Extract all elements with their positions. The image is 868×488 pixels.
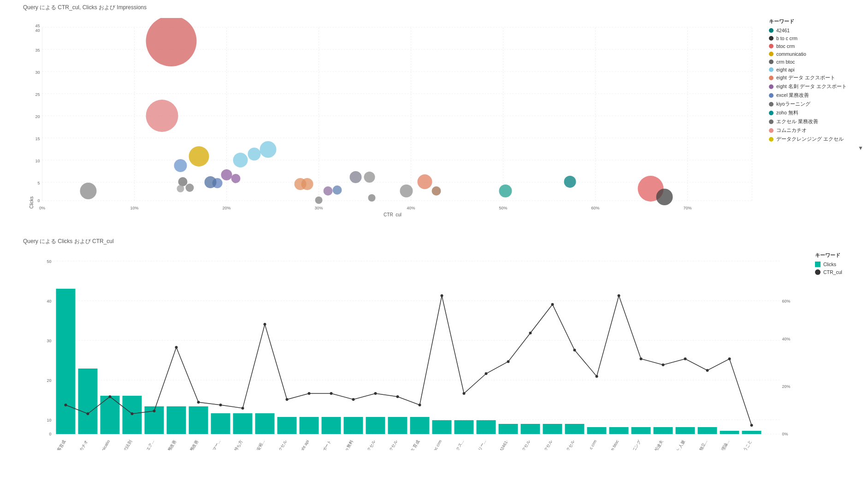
bar-16 xyxy=(410,417,430,434)
svg-text:35: 35 xyxy=(35,48,40,53)
bar-15 xyxy=(388,417,407,434)
svg-text:kiyoラーニング: kiyoラーニング xyxy=(624,439,642,450)
svg-text:45: 45 xyxy=(35,24,40,28)
svg-text:理論...: 理論... xyxy=(720,439,730,450)
line-dot-26 xyxy=(640,357,643,360)
top-legend: キーワード 42461 b to c crm btoc crm communic… xyxy=(767,13,868,236)
svg-text:25: 25 xyxy=(35,92,40,97)
bubble-58 xyxy=(564,176,576,188)
legend-label-0: 42461 xyxy=(776,28,790,33)
legend-item-2: btoc crm xyxy=(769,43,863,49)
svg-text:40: 40 xyxy=(47,299,51,304)
line-dot-17 xyxy=(441,294,443,297)
svg-text:10%: 10% xyxy=(130,206,138,210)
line-dot-7 xyxy=(219,404,222,406)
svg-text:30: 30 xyxy=(47,339,51,343)
bubble-chart-area: 0 5 10 15 20 25 30 35 40 45 0% 10% 20% 3… xyxy=(0,13,767,236)
bar-21 xyxy=(521,424,540,434)
legend-label-5: eight api xyxy=(776,67,795,72)
bubble-eight-api2 xyxy=(248,148,261,161)
legend-dot-3 xyxy=(769,52,774,56)
svg-text:顧客別 売上管理 エク...: 顧客別 売上管理 エク... xyxy=(130,439,155,450)
legend-item-1: b to c crm xyxy=(769,36,863,41)
svg-text:10: 10 xyxy=(47,418,51,423)
line-dot-30 xyxy=(728,357,731,360)
legend-dropdown[interactable]: ▼ xyxy=(769,145,863,151)
legend-label-3: communicatio xyxy=(776,51,806,57)
svg-text:70%: 70% xyxy=(683,206,691,210)
bar-27 xyxy=(654,427,673,434)
svg-text:b to c crm: b to c crm xyxy=(585,439,597,450)
bar-19 xyxy=(477,420,496,434)
bubble-btoc-crm xyxy=(146,18,197,66)
line-dot-8 xyxy=(242,407,244,410)
bubble-g6 xyxy=(364,172,375,183)
bubble-p1 xyxy=(324,186,333,196)
svg-text:42461·: 42461· xyxy=(499,439,509,450)
legend-item-6: eight データ エクスポート xyxy=(769,75,863,81)
bar-22 xyxy=(543,424,562,434)
legend-dot-0 xyxy=(769,28,774,33)
svg-text:60%: 60% xyxy=(782,299,791,304)
line-dot-16 xyxy=(419,404,421,406)
line-dot-27 xyxy=(662,363,665,366)
line-dot-5 xyxy=(175,346,178,349)
bubble-small xyxy=(368,194,376,202)
svg-text:zoho 無料: zoho 無料 xyxy=(341,439,354,450)
legend-dot-9 xyxy=(769,102,774,107)
line-dot-10 xyxy=(286,398,289,401)
svg-text:15: 15 xyxy=(35,137,40,141)
bubble-eight-api xyxy=(233,153,248,167)
line-dot-31 xyxy=(750,424,753,427)
bubble-brn xyxy=(432,186,441,196)
bottom-legend-ctr: CTR_cul xyxy=(815,269,863,275)
line-dot-1 xyxy=(87,412,89,415)
svg-text:20: 20 xyxy=(47,378,51,383)
bar-24 xyxy=(587,427,607,434)
legend-item-3: communicatio xyxy=(769,51,863,57)
bar-5 xyxy=(167,406,186,434)
svg-text:0: 0 xyxy=(49,432,51,436)
legend-dot-12 xyxy=(769,128,774,133)
svg-text:岡安裕...: 岡安裕... xyxy=(254,439,266,450)
bubble-g5 xyxy=(350,171,362,183)
bar-11 xyxy=(300,417,319,434)
legend-label-1: b to c crm xyxy=(776,36,797,41)
svg-text:20%: 20% xyxy=(782,384,791,389)
legend-item-7: eight 名刺 データ エクスポート xyxy=(769,83,863,90)
legend-item-13: データクレンジング エクセル xyxy=(769,136,863,143)
svg-text:crm btoc: crm btoc xyxy=(608,439,620,450)
legend-label-7: eight 名刺 データ エクスポート xyxy=(776,83,847,90)
top-legend-title: キーワード xyxy=(769,18,863,25)
bar-26 xyxy=(632,427,651,434)
bubble-37 xyxy=(400,184,413,197)
bottom-legend-clicks: Clicks xyxy=(815,262,863,267)
line-dot-9 xyxy=(264,323,266,326)
bubble-chart-svg: 0 5 10 15 20 25 30 35 40 45 0% 10% 20% 3… xyxy=(23,18,762,216)
line-dot-15 xyxy=(396,395,399,398)
legend-item-5: eight api xyxy=(769,67,863,72)
svg-text:10: 10 xyxy=(35,159,40,163)
bar-31 xyxy=(742,431,762,434)
legend-dot-6 xyxy=(769,76,774,80)
bubble-eight-api3 xyxy=(260,141,277,158)
bar-14 xyxy=(366,417,385,434)
bar-13 xyxy=(344,417,363,434)
svg-text:0%: 0% xyxy=(39,206,45,210)
legend-item-0: 42461 xyxy=(769,28,863,33)
bubble-g3 xyxy=(186,184,194,192)
svg-text:30%: 30% xyxy=(314,206,323,210)
line-dot-11 xyxy=(308,392,311,395)
bar-10 xyxy=(278,417,297,434)
bubble-eight-exp xyxy=(418,174,432,189)
bubble-communicatio2 xyxy=(189,146,209,167)
svg-text:久松達夫: 久松達夫 xyxy=(652,439,664,450)
line-dot-6 xyxy=(197,401,200,404)
svg-text:ホフスタッダーの法則: ホフスタッダーの法則 xyxy=(108,439,133,450)
line-dot-4 xyxy=(153,410,156,412)
line-dot-2 xyxy=(109,395,112,398)
bubble-b2 xyxy=(333,185,342,195)
bottom-legend-dot-ctr xyxy=(815,269,821,275)
bubble-52 xyxy=(499,184,512,197)
svg-text:顧客育成: 顧客育成 xyxy=(54,439,67,450)
